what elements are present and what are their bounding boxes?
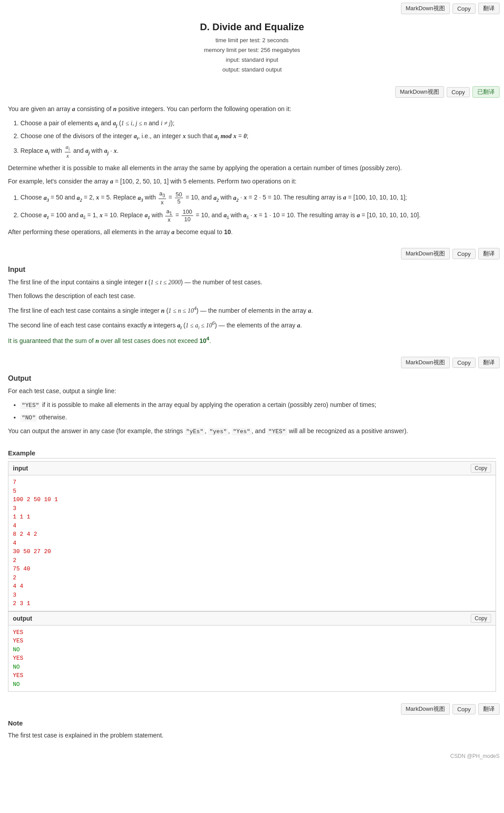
output-copy-btn[interactable]: Copy [471,614,491,623]
translate-btn-2[interactable]: 已翻译 [472,86,500,98]
problem-meta: time limit per test: 2 seconds memory li… [8,36,496,75]
input-table-cell: input Copy 7 5 100 2 50 10 1 3 1 1 1 4 8… [8,462,496,611]
copy-btn-top[interactable]: Copy [452,4,476,14]
footer: CSDN @PH_modeS [0,751,504,761]
output-note: You can output the answer in any case (f… [8,426,496,437]
markdown-view-btn-3[interactable]: MarkDown视图 [401,248,450,259]
input-line-13: 4 4 [13,582,491,591]
input-body: 7 5 100 2 50 10 1 3 1 1 1 4 8 2 4 2 4 30… [8,475,496,611]
translate-btn-top[interactable]: 翻译 [478,3,500,14]
markdown-view-btn-5[interactable]: MarkDown视图 [401,703,450,715]
out-5: NO [13,663,491,672]
after-ops-text: After performing these operations, all e… [8,227,496,237]
translate-btn-5[interactable]: 翻译 [478,703,500,715]
input-line-5: 1 1 1 [13,513,491,522]
input-section-title: Input [8,266,496,274]
toolbar-5: MarkDown视图 Copy 翻译 [0,701,504,717]
input-line-11: 75 40 [13,565,491,574]
output-section-title: Output [8,375,496,383]
input-line-15: 2 3 1 [13,599,491,608]
output-p1: For each test case, output a single line… [8,386,496,396]
toolbar-4: MarkDown视图 Copy 翻译 [0,354,504,371]
determine-text: Determine whether it is possible to make… [8,163,496,173]
out-4: YES [13,654,491,663]
translate-btn-4[interactable]: 翻译 [478,357,500,368]
input-copy-btn[interactable]: Copy [471,464,491,473]
output-no: "NO" otherwise. [20,412,496,423]
copy-btn-5[interactable]: Copy [452,704,476,714]
input-line-14: 3 [13,591,491,600]
input-line-7: 8 2 4 2 [13,530,491,539]
yes-code: "YES" [20,402,40,409]
copy-btn-2[interactable]: Copy [447,87,470,97]
input-p4: The second line of each test case contai… [8,319,496,331]
input-type: input: standard input [8,55,496,65]
out-1: YES [13,628,491,637]
input-line-3: 100 2 50 10 1 [13,495,491,504]
output-header: output Copy [8,612,496,626]
out-7: NO [13,680,491,689]
markdown-view-btn-top[interactable]: MarkDown视图 [401,3,450,14]
out-6: YES [13,671,491,680]
input-label: input [13,465,28,472]
op-1: Choose a pair of elements ai and aj (1 ≤… [20,118,496,129]
output-table-cell: output Copy YES YES NO YES NO YES NO [8,611,496,692]
input-p5: It is guaranteed that the sum of n over … [8,335,496,346]
example-intro: For example, let's consider the array a … [8,176,496,187]
problem-intro: You are given an array a consisting of n… [8,104,496,114]
out-2: YES [13,637,491,646]
problem-statement: You are given an array a consisting of n… [0,104,504,245]
toolbar-3: MarkDown视图 Copy 翻译 [0,245,504,262]
output-type: output: standard output [8,65,496,75]
input-line-2: 5 [13,487,491,496]
input-line-4: 3 [13,504,491,513]
no-code: "NO" [20,414,37,422]
note-section: Note The first test case is explained in… [0,717,504,751]
output-section: Output For each test case, output a sing… [0,375,504,445]
output-table: output Copy YES YES NO YES NO YES NO [8,611,496,692]
markdown-view-btn-2[interactable]: MarkDown视图 [395,86,444,98]
note-title: Note [8,719,496,727]
example-section: Example input Copy 7 5 100 2 50 10 1 3 1… [0,449,504,696]
op-2: Choose one of the divisors of the intege… [20,131,496,142]
ex-op-2: Choose a1 = 100 and a5 = 1, x = 10. Repl… [20,208,496,223]
input-line-8: 4 [13,539,491,548]
example-ops-list: Choose a3 = 50 and a2 = 2, x = 5. Replac… [8,190,496,223]
op-3: Replace ai with aix and aj with aj · x. [20,143,496,159]
problem-title: D. Divide and Equalize [8,21,496,33]
markdown-view-btn-4[interactable]: MarkDown视图 [401,357,450,368]
operations-list: Choose a pair of elements ai and aj (1 ≤… [8,118,496,159]
input-line-12: 2 [13,574,491,582]
note-text: The first test case is explained in the … [8,730,496,740]
toolbar-2: MarkDown视图 Copy 已翻译 [0,84,504,100]
output-label: output [13,615,32,622]
input-header: input Copy [8,462,496,475]
input-p1: The first line of the input contains a s… [8,277,496,287]
memory-limit: memory limit per test: 256 megabytes [8,45,496,55]
input-p2: Then follows the description of each tes… [8,291,496,301]
footer-text: CSDN @PH_modeS [450,753,500,759]
input-line-9: 30 50 27 20 [13,547,491,556]
input-line-1: 7 [13,478,491,487]
copy-btn-4[interactable]: Copy [452,358,476,368]
input-p3: The first line of each test case contain… [8,305,496,316]
time-limit: time limit per test: 2 seconds [8,36,496,45]
input-section: Input The first line of the input contai… [0,266,504,354]
input-line-10: 2 [13,556,491,565]
input-table: input Copy 7 5 100 2 50 10 1 3 1 1 1 4 8… [8,461,496,611]
problem-header: D. Divide and Equalize time limit per te… [0,21,504,84]
translate-btn-3[interactable]: 翻译 [478,248,500,259]
copy-btn-3[interactable]: Copy [452,249,476,259]
example-title: Example [8,449,496,458]
output-list: "YES" if it is possible to make all elem… [8,400,496,423]
ex-op-1: Choose a3 = 50 and a2 = 2, x = 5. Replac… [20,190,496,206]
out-3: NO [13,646,491,654]
output-body: YES YES NO YES NO YES NO [8,626,496,692]
output-yes: "YES" if it is possible to make all elem… [20,400,496,410]
toolbar-top: MarkDown视图 Copy 翻译 [0,0,504,17]
input-line-6: 4 [13,522,491,530]
